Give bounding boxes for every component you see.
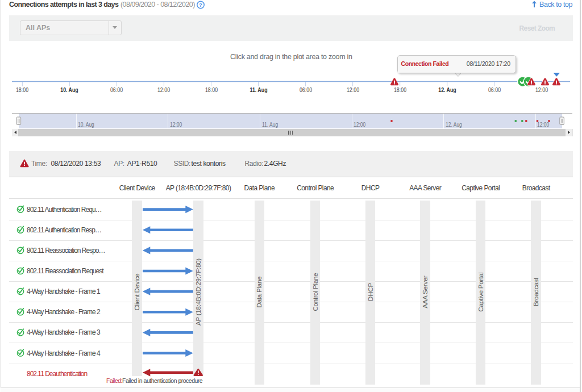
svg-text:?: ? — [199, 2, 202, 8]
